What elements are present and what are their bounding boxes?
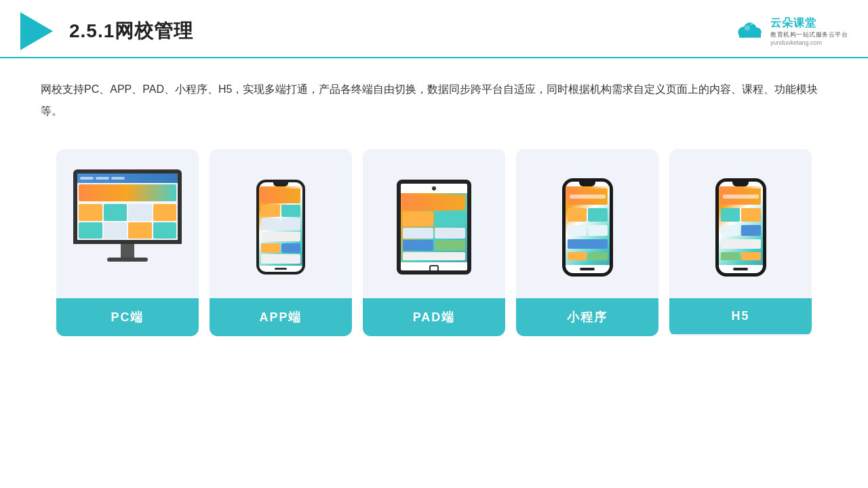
- card-h5: H5: [669, 149, 812, 336]
- page-title: 2.5.1网校管理: [69, 18, 193, 44]
- card-h5-image: [669, 149, 812, 298]
- pc-monitor-icon: [70, 169, 185, 285]
- cards-container: PC端 APP端: [0, 122, 868, 357]
- svg-point-4: [745, 25, 750, 30]
- header-left: 2.5.1网校管理: [20, 12, 193, 50]
- brand-tagline: 教育机构一站式服务云平台: [770, 30, 848, 39]
- brand-logo: 云朵课堂 教育机构一站式服务云平台 yunduoketang.com: [734, 16, 848, 46]
- header: 2.5.1网校管理 云朵课堂 教育机构一站式服务云平台 yunduoketang…: [0, 0, 868, 58]
- card-app: APP端: [210, 149, 352, 336]
- app-phone-icon: [256, 180, 305, 274]
- header-right: 云朵课堂 教育机构一站式服务云平台 yunduoketang.com: [734, 16, 848, 46]
- card-pad-label: PAD端: [363, 298, 505, 336]
- card-pc-image: [56, 149, 199, 298]
- brand-text: 云朵课堂 教育机构一站式服务云平台 yunduoketang.com: [770, 16, 848, 46]
- miniprogram-phone-icon: [562, 178, 613, 277]
- brand-url: yunduoketang.com: [770, 39, 822, 46]
- card-miniprogram-image: [516, 149, 658, 298]
- logo-triangle-icon: [20, 12, 53, 50]
- svg-rect-3: [739, 33, 761, 38]
- card-pc-label: PC端: [56, 298, 199, 336]
- card-pad: PAD端: [363, 149, 505, 336]
- card-pc: PC端: [56, 149, 199, 336]
- card-app-label: APP端: [210, 298, 352, 336]
- card-pad-image: [363, 149, 505, 298]
- card-miniprogram-label: 小程序: [516, 298, 658, 336]
- description-text: 网校支持PC、APP、PAD、小程序、H5，实现多端打通，产品各终端自由切换，数…: [0, 58, 868, 122]
- card-h5-label: H5: [669, 298, 812, 334]
- brand-name: 云朵课堂: [770, 16, 816, 30]
- pad-tablet-icon: [397, 180, 471, 274]
- cloud-logo-icon: [734, 20, 766, 42]
- h5-phone-icon: [715, 178, 766, 277]
- card-miniprogram: 小程序: [516, 149, 658, 336]
- card-app-image: [210, 149, 352, 298]
